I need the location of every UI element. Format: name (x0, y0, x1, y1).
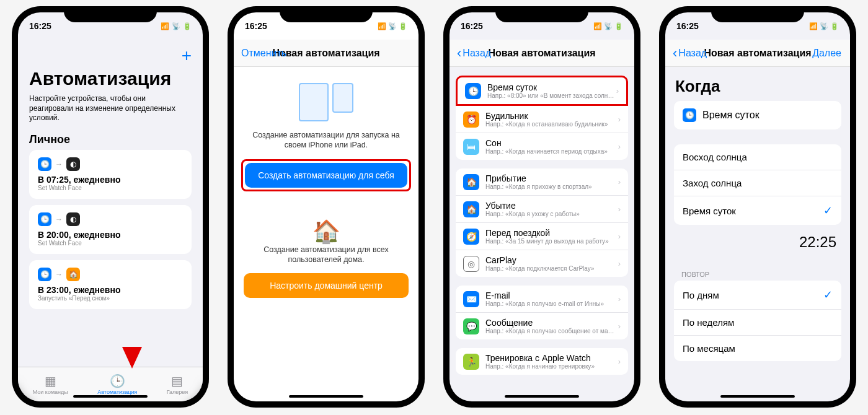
content: 🕒 Время сутокНапр.: «8:00» или «В момент… (450, 67, 634, 401)
back-button[interactable]: ‹Назад (457, 45, 491, 61)
battery-icon: 🔋 (183, 22, 192, 30)
card-sub: Set Watch Face (38, 240, 183, 247)
tab-gallery[interactable]: ▤ Галерея (167, 374, 188, 395)
carplay-icon: ◎ (463, 256, 479, 272)
add-button[interactable]: + (29, 46, 192, 66)
card-sub: Запустить «Перед сном» (38, 295, 183, 302)
header-area: + Автоматизация Настройте устройства, чт… (18, 40, 203, 309)
repeat-options: По дням✓ По неделям По месяцам (674, 281, 841, 361)
clock-icon: 🕒 (38, 268, 51, 281)
status-icons: 📶 📡 🔋 (593, 22, 623, 30)
wifi-icon: 📡 (172, 22, 180, 30)
section-personal: Личное (29, 133, 192, 146)
devices-illustration (244, 83, 409, 121)
automation-card[interactable]: 🕒 → ◐ В 20:00, ежедневно Set Watch Face (29, 205, 192, 254)
trigger-alarm[interactable]: ⏰ БудильникНапр.: «Когда я останавливаю … (456, 106, 628, 133)
workout-icon: 🏃 (463, 354, 479, 370)
arrow-icon: → (55, 215, 63, 224)
trigger-message[interactable]: 💬СообщениеНапр.: «Когда я получаю сообще… (456, 313, 628, 339)
bed-icon: 🛏 (463, 139, 479, 155)
status-icons: 📶 📡 🔋 (378, 22, 407, 30)
selected-trigger: 🕒 Время суток (674, 101, 841, 129)
annotation-highlight: Создать автоматизацию для себя (241, 159, 411, 191)
card-title: В 07:25, ежедневно (38, 175, 183, 185)
section-header: Когда (665, 67, 850, 101)
trigger-time-of-day[interactable]: 🕒 Время сутокНапр.: «8:00» или «В момент… (458, 77, 626, 104)
nav-title: Новая автоматизация (488, 48, 595, 59)
card-sub: Set Watch Face (38, 185, 183, 191)
stack-icon: ▤ (171, 374, 183, 388)
tab-label: Мои команды (33, 389, 68, 395)
chevron-right-icon: › (618, 177, 621, 186)
screen-time-config: 16:25 📶 📡 🔋 ‹Назад Новая автоматизация Д… (665, 12, 850, 401)
tab-label: Галерея (167, 389, 188, 395)
chevron-right-icon: › (618, 259, 621, 268)
home-indicator[interactable] (720, 395, 795, 398)
clock-icon: 🕒 (38, 157, 51, 171)
automation-card[interactable]: 🕒 → ◐ В 07:25, ежедневно Set Watch Face (29, 150, 192, 199)
home-indicator[interactable] (505, 395, 579, 398)
message-icon: 💬 (463, 318, 479, 334)
time-options: Восход солнца Заход солнца Время суток✓ (674, 144, 841, 225)
status-time: 16:25 (29, 21, 51, 31)
leave-icon: 🏠 (463, 201, 479, 217)
trigger-sleep[interactable]: 🛏 СонНапр.: «Когда начинается период отд… (456, 133, 628, 160)
content: Когда 🕒 Время суток Восход солнца Заход … (665, 67, 850, 401)
chevron-left-icon: ‹ (673, 45, 677, 61)
route-icon: 🧭 (463, 229, 479, 245)
personal-desc: Создание автоматизации для запуска на св… (244, 130, 409, 151)
home-indicator[interactable] (289, 395, 363, 398)
navbar: Отменить Новая автоматизация (234, 40, 418, 67)
content: Создание автоматизации для запуска на св… (234, 67, 418, 401)
phone-1: 16:25 📶 📡 🔋 + Автоматизация Настройте ус… (12, 6, 209, 408)
check-icon: ✓ (823, 288, 833, 302)
trigger-before-commute[interactable]: 🧭Перед поездкойНапр.: «За 15 минут до вы… (456, 223, 628, 250)
trigger-email[interactable]: ✉️E-mailНапр.: «Когда я получаю e-mail о… (456, 286, 628, 313)
setup-home-hub-button[interactable]: Настроить домашний центр (244, 273, 409, 298)
status-icons: 📶 📡 🔋 (809, 22, 839, 30)
trigger-carplay[interactable]: ◎CarPlayНапр.: «Когда подключается CarPl… (456, 250, 628, 277)
phone-2: 16:25 📶 📡 🔋 Отменить Новая автоматизация… (228, 6, 425, 408)
chevron-right-icon: › (618, 204, 621, 214)
create-personal-automation-button[interactable]: Создать автоматизацию для себя (245, 163, 407, 188)
repeat-weekly[interactable]: По неделям (674, 310, 841, 336)
notch (280, 6, 373, 22)
notch (711, 6, 804, 22)
trigger-workout[interactable]: 🏃Тренировка с Apple WatchНапр.: «Когда я… (456, 348, 628, 375)
option-time-of-day[interactable]: Время суток✓ (674, 196, 841, 225)
ipad-icon (299, 83, 329, 121)
trigger-leave[interactable]: 🏠УбытиеНапр.: «Когда я ухожу с работы»› (456, 196, 628, 223)
option-sunset[interactable]: Заход солнца (674, 170, 841, 196)
tab-label: Автоматизация (97, 389, 137, 395)
chevron-right-icon: › (618, 294, 621, 304)
page-desc: Настройте устройства, чтобы они реагиров… (29, 94, 192, 123)
cancel-button[interactable]: Отменить (241, 48, 286, 59)
screen-trigger-list: 16:25 📶 📡 🔋 ‹Назад Новая автоматизация 🕒… (450, 12, 634, 401)
navbar: ‹Назад Новая автоматизация Далее (665, 40, 850, 67)
back-button[interactable]: ‹Назад (673, 45, 707, 61)
home-indicator[interactable] (73, 395, 148, 398)
time-picker[interactable]: 22:25 (665, 225, 850, 260)
clock-icon: 🕒 (110, 374, 125, 388)
repeat-section-label: ПОВТОР (665, 260, 850, 281)
repeat-daily[interactable]: По дням✓ (674, 281, 841, 310)
clock-icon: 🕒 (683, 108, 696, 122)
tab-automation[interactable]: 🕒 Автоматизация (97, 374, 137, 395)
trigger-arrive[interactable]: 🏠ПрибытиеНапр.: «Когда я прихожу в спорт… (456, 168, 628, 196)
home-desc: Создание автоматизации для всех пользова… (244, 245, 409, 265)
option-sunrise[interactable]: Восход солнца (674, 144, 841, 170)
watch-face-icon: ◐ (66, 157, 80, 171)
automation-card[interactable]: 🕒 → 🏠 В 23:00, ежедневно Запустить «Пере… (29, 260, 192, 309)
status-icons: 📶 📡 🔋 (161, 22, 192, 30)
notch (495, 6, 588, 22)
nav-title: Новая автоматизация (272, 48, 379, 59)
next-button[interactable]: Далее (812, 48, 841, 59)
screen-new-automation-type: 16:25 📶 📡 🔋 Отменить Новая автоматизация… (234, 12, 418, 401)
card-title: В 20:00, ежедневно (38, 230, 183, 240)
tab-my-shortcuts[interactable]: ▦ Мои команды (33, 374, 68, 395)
grid-icon: ▦ (45, 374, 56, 388)
chevron-left-icon: ‹ (457, 45, 461, 61)
page-title: Автоматизация (29, 68, 192, 89)
watch-face-icon: ◐ (66, 212, 80, 226)
repeat-monthly[interactable]: По месяцам (674, 336, 841, 361)
